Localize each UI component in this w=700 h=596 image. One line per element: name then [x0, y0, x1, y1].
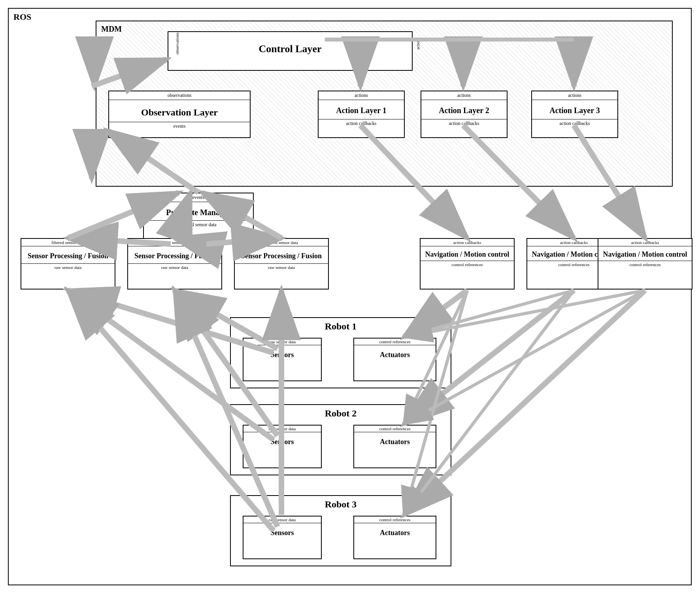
actions-rotated-label: actions: [415, 37, 420, 49]
sensor-1-bottom: raw sensor data: [21, 263, 115, 271]
action-layer-1-title: Action Layer 1: [319, 100, 404, 119]
action-layer-1-box: actions Action Layer 1 action callbacks: [318, 91, 405, 138]
obs-layer-bottom-label: events: [109, 122, 250, 131]
main-canvas: ROS MDM Control Layer observations actio…: [8, 8, 692, 585]
control-layer-box: Control Layer: [168, 31, 413, 71]
mdm-label: MDM: [101, 25, 122, 34]
robot-1-title: Robot 1: [231, 318, 451, 335]
action-layer-3-title: Action Layer 3: [532, 100, 617, 119]
robot-1-actuators-title: Actuators: [354, 345, 436, 365]
sensor-box-1: filtered sensor data Sensor Processing /…: [21, 238, 115, 289]
obs-layer-top-label: observations: [109, 91, 250, 100]
robot-1-container: Robot 1 raw sensor data Sensors control …: [230, 317, 451, 388]
nav-1-bottom: control references: [421, 261, 514, 268]
observation-layer-box: observations Observation Layer events: [108, 91, 251, 138]
action-layer-3-top: actions: [532, 91, 617, 100]
action-layer-3-box: actions Action Layer 3 action callbacks: [531, 91, 618, 138]
sensor-3-bottom: raw sensor data: [235, 263, 328, 271]
sensor-3-top: filtered sensor data: [235, 239, 328, 246]
robot-2-sensors-top: raw sensor data: [243, 426, 321, 432]
sensor-3-title: Sensor Processing / Fusion: [235, 246, 328, 263]
mdm-container: MDM Control Layer observations actions o…: [96, 21, 673, 187]
robot-2-sensors: raw sensor data Sensors: [243, 425, 322, 468]
predicate-title: Predicate Manager: [144, 202, 253, 220]
action-layer-2-bottom: action callbacks: [421, 119, 507, 128]
action-layer-3-bottom: action callbacks: [532, 119, 617, 128]
predicate-manager-box: events Predicate Manager filtered sensor…: [143, 193, 254, 244]
obs-layer-title: Observation Layer: [109, 100, 250, 122]
robot-2-sensors-title: Sensors: [243, 432, 321, 452]
nav-3-top: action callbacks: [598, 239, 692, 246]
robot-2-title: Robot 2: [231, 405, 451, 422]
sensor-2-bottom: raw sensor data: [128, 263, 221, 271]
sensor-1-top: filtered sensor data: [21, 239, 115, 246]
robot-3-title: Robot 3: [231, 496, 451, 513]
action-layer-2-box: actions Action Layer 2 action callbacks: [421, 91, 508, 138]
robot-3-sensors-top: raw sensor data: [243, 517, 321, 523]
action-layer-1-bottom: action callbacks: [319, 119, 404, 128]
robot-2-actuators-title: Actuators: [354, 432, 436, 452]
robot-3-actuators-top: control references: [354, 517, 436, 523]
robot-3-actuators-title: Actuators: [354, 523, 436, 543]
ros-label: ROS: [13, 12, 31, 22]
robot-3-sensors-title: Sensors: [243, 523, 321, 543]
predicate-top-label: events: [144, 193, 253, 202]
predicate-bottom-label: filtered sensor data: [144, 220, 253, 229]
robot-2-actuators: control references Actuators: [353, 425, 436, 468]
sensor-1-title: Sensor Processing / Fusion: [21, 246, 115, 263]
robot-1-sensors: raw sensor data Sensors: [243, 338, 322, 381]
robot-1-actuators-top: control references: [354, 339, 436, 345]
robot-1-actuators: control references Actuators: [353, 338, 436, 381]
action-layer-1-top: actions: [319, 91, 404, 100]
nav-1-title: Navigation / Motion control: [421, 246, 514, 261]
nav-3-title: Navigation / Motion control: [598, 246, 692, 261]
robot-1-sensors-title: Sensors: [243, 345, 321, 365]
action-layer-2-title: Action Layer 2: [421, 100, 507, 119]
nav-3-bottom: control references: [598, 261, 692, 268]
robot-3-sensors: raw sensor data Sensors: [243, 516, 322, 559]
nav-box-1: action callbacks Navigation / Motion con…: [420, 238, 515, 289]
sensor-2-top: filtered sensor data: [128, 239, 221, 246]
robot-2-actuators-top: control references: [354, 426, 436, 432]
sensor-box-2: filtered sensor data Sensor Processing /…: [127, 238, 222, 289]
nav-1-top: action callbacks: [421, 239, 514, 246]
control-layer-title: Control Layer: [168, 32, 412, 55]
robot-1-sensors-top: raw sensor data: [243, 339, 321, 345]
robot-2-container: Robot 2 raw sensor data Sensors control …: [230, 404, 451, 475]
observations-rotated-label: observations: [175, 32, 179, 55]
robot-3-container: Robot 3 raw sensor data Sensors control …: [230, 495, 451, 566]
nav-box-3: action callbacks Navigation / Motion con…: [598, 238, 692, 289]
sensor-2-title: Sensor Processing / Fusion: [128, 246, 221, 263]
robot-3-actuators: control references Actuators: [353, 516, 436, 559]
sensor-box-3: filtered sensor data Sensor Processing /…: [234, 238, 329, 289]
action-layer-2-top: actions: [421, 91, 507, 100]
